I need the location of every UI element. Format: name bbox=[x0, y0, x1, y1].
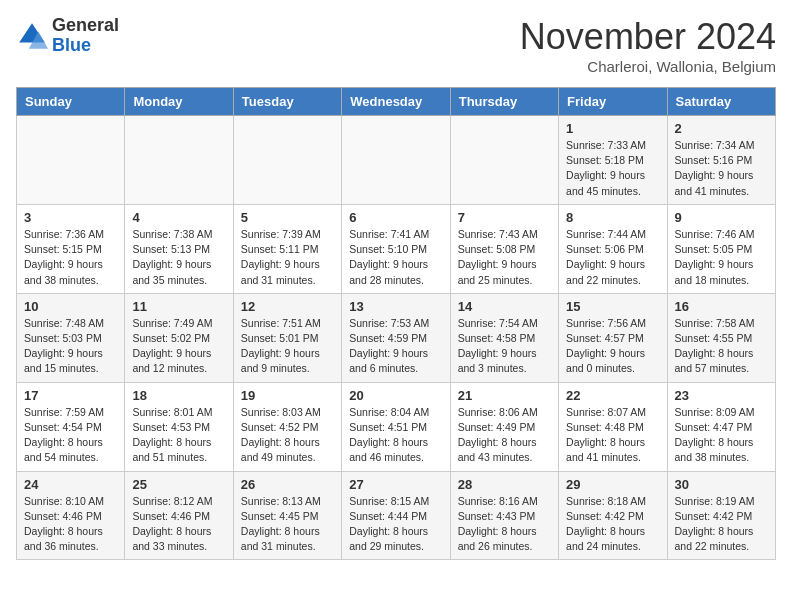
month-title: November 2024 bbox=[520, 16, 776, 58]
calendar-cell: 8Sunrise: 7:44 AMSunset: 5:06 PMDaylight… bbox=[559, 204, 667, 293]
day-number: 25 bbox=[132, 477, 225, 492]
calendar-cell: 29Sunrise: 8:18 AMSunset: 4:42 PMDayligh… bbox=[559, 471, 667, 560]
day-number: 17 bbox=[24, 388, 117, 403]
calendar-cell: 28Sunrise: 8:16 AMSunset: 4:43 PMDayligh… bbox=[450, 471, 558, 560]
day-number: 10 bbox=[24, 299, 117, 314]
day-info: Sunrise: 7:51 AMSunset: 5:01 PMDaylight:… bbox=[241, 316, 334, 377]
calendar-cell bbox=[233, 116, 341, 205]
calendar-cell: 6Sunrise: 7:41 AMSunset: 5:10 PMDaylight… bbox=[342, 204, 450, 293]
day-number: 22 bbox=[566, 388, 659, 403]
day-info: Sunrise: 8:03 AMSunset: 4:52 PMDaylight:… bbox=[241, 405, 334, 466]
logo-text: General Blue bbox=[52, 16, 119, 56]
calendar-cell: 21Sunrise: 8:06 AMSunset: 4:49 PMDayligh… bbox=[450, 382, 558, 471]
calendar-cell: 16Sunrise: 7:58 AMSunset: 4:55 PMDayligh… bbox=[667, 293, 775, 382]
calendar-cell: 20Sunrise: 8:04 AMSunset: 4:51 PMDayligh… bbox=[342, 382, 450, 471]
location-subtitle: Charleroi, Wallonia, Belgium bbox=[520, 58, 776, 75]
weekday-header-thursday: Thursday bbox=[450, 88, 558, 116]
week-row-2: 3Sunrise: 7:36 AMSunset: 5:15 PMDaylight… bbox=[17, 204, 776, 293]
day-info: Sunrise: 8:07 AMSunset: 4:48 PMDaylight:… bbox=[566, 405, 659, 466]
weekday-header-tuesday: Tuesday bbox=[233, 88, 341, 116]
day-info: Sunrise: 7:34 AMSunset: 5:16 PMDaylight:… bbox=[675, 138, 768, 199]
week-row-4: 17Sunrise: 7:59 AMSunset: 4:54 PMDayligh… bbox=[17, 382, 776, 471]
day-info: Sunrise: 8:01 AMSunset: 4:53 PMDaylight:… bbox=[132, 405, 225, 466]
day-info: Sunrise: 7:36 AMSunset: 5:15 PMDaylight:… bbox=[24, 227, 117, 288]
weekday-header-wednesday: Wednesday bbox=[342, 88, 450, 116]
calendar-table: SundayMondayTuesdayWednesdayThursdayFrid… bbox=[16, 87, 776, 560]
calendar-cell: 24Sunrise: 8:10 AMSunset: 4:46 PMDayligh… bbox=[17, 471, 125, 560]
calendar-cell: 4Sunrise: 7:38 AMSunset: 5:13 PMDaylight… bbox=[125, 204, 233, 293]
title-section: November 2024 Charleroi, Wallonia, Belgi… bbox=[520, 16, 776, 75]
calendar-cell: 12Sunrise: 7:51 AMSunset: 5:01 PMDayligh… bbox=[233, 293, 341, 382]
logo: General Blue bbox=[16, 16, 119, 56]
calendar-cell: 2Sunrise: 7:34 AMSunset: 5:16 PMDaylight… bbox=[667, 116, 775, 205]
calendar-cell: 27Sunrise: 8:15 AMSunset: 4:44 PMDayligh… bbox=[342, 471, 450, 560]
day-number: 29 bbox=[566, 477, 659, 492]
calendar-cell bbox=[17, 116, 125, 205]
calendar-cell: 13Sunrise: 7:53 AMSunset: 4:59 PMDayligh… bbox=[342, 293, 450, 382]
day-number: 21 bbox=[458, 388, 551, 403]
day-number: 18 bbox=[132, 388, 225, 403]
day-info: Sunrise: 7:44 AMSunset: 5:06 PMDaylight:… bbox=[566, 227, 659, 288]
day-number: 6 bbox=[349, 210, 442, 225]
calendar-cell: 5Sunrise: 7:39 AMSunset: 5:11 PMDaylight… bbox=[233, 204, 341, 293]
calendar-cell: 25Sunrise: 8:12 AMSunset: 4:46 PMDayligh… bbox=[125, 471, 233, 560]
day-info: Sunrise: 8:13 AMSunset: 4:45 PMDaylight:… bbox=[241, 494, 334, 555]
calendar-cell: 3Sunrise: 7:36 AMSunset: 5:15 PMDaylight… bbox=[17, 204, 125, 293]
day-number: 9 bbox=[675, 210, 768, 225]
day-number: 16 bbox=[675, 299, 768, 314]
calendar-cell bbox=[125, 116, 233, 205]
day-info: Sunrise: 8:06 AMSunset: 4:49 PMDaylight:… bbox=[458, 405, 551, 466]
day-info: Sunrise: 7:39 AMSunset: 5:11 PMDaylight:… bbox=[241, 227, 334, 288]
day-number: 28 bbox=[458, 477, 551, 492]
day-info: Sunrise: 8:19 AMSunset: 4:42 PMDaylight:… bbox=[675, 494, 768, 555]
calendar-cell: 15Sunrise: 7:56 AMSunset: 4:57 PMDayligh… bbox=[559, 293, 667, 382]
header: General Blue November 2024 Charleroi, Wa… bbox=[16, 16, 776, 75]
day-info: Sunrise: 8:18 AMSunset: 4:42 PMDaylight:… bbox=[566, 494, 659, 555]
day-number: 15 bbox=[566, 299, 659, 314]
day-info: Sunrise: 8:04 AMSunset: 4:51 PMDaylight:… bbox=[349, 405, 442, 466]
day-number: 23 bbox=[675, 388, 768, 403]
day-number: 14 bbox=[458, 299, 551, 314]
day-info: Sunrise: 7:48 AMSunset: 5:03 PMDaylight:… bbox=[24, 316, 117, 377]
day-number: 24 bbox=[24, 477, 117, 492]
day-number: 30 bbox=[675, 477, 768, 492]
logo-blue-text: Blue bbox=[52, 36, 119, 56]
week-row-3: 10Sunrise: 7:48 AMSunset: 5:03 PMDayligh… bbox=[17, 293, 776, 382]
week-row-5: 24Sunrise: 8:10 AMSunset: 4:46 PMDayligh… bbox=[17, 471, 776, 560]
weekday-header-saturday: Saturday bbox=[667, 88, 775, 116]
day-info: Sunrise: 7:54 AMSunset: 4:58 PMDaylight:… bbox=[458, 316, 551, 377]
day-number: 2 bbox=[675, 121, 768, 136]
calendar-cell: 26Sunrise: 8:13 AMSunset: 4:45 PMDayligh… bbox=[233, 471, 341, 560]
day-info: Sunrise: 8:09 AMSunset: 4:47 PMDaylight:… bbox=[675, 405, 768, 466]
day-info: Sunrise: 7:49 AMSunset: 5:02 PMDaylight:… bbox=[132, 316, 225, 377]
day-number: 12 bbox=[241, 299, 334, 314]
day-info: Sunrise: 7:46 AMSunset: 5:05 PMDaylight:… bbox=[675, 227, 768, 288]
weekday-header-friday: Friday bbox=[559, 88, 667, 116]
week-row-1: 1Sunrise: 7:33 AMSunset: 5:18 PMDaylight… bbox=[17, 116, 776, 205]
day-info: Sunrise: 7:53 AMSunset: 4:59 PMDaylight:… bbox=[349, 316, 442, 377]
day-info: Sunrise: 7:33 AMSunset: 5:18 PMDaylight:… bbox=[566, 138, 659, 199]
day-number: 27 bbox=[349, 477, 442, 492]
day-info: Sunrise: 7:58 AMSunset: 4:55 PMDaylight:… bbox=[675, 316, 768, 377]
day-info: Sunrise: 7:38 AMSunset: 5:13 PMDaylight:… bbox=[132, 227, 225, 288]
day-info: Sunrise: 7:56 AMSunset: 4:57 PMDaylight:… bbox=[566, 316, 659, 377]
day-number: 1 bbox=[566, 121, 659, 136]
day-info: Sunrise: 8:16 AMSunset: 4:43 PMDaylight:… bbox=[458, 494, 551, 555]
logo-general-text: General bbox=[52, 16, 119, 36]
calendar-cell: 9Sunrise: 7:46 AMSunset: 5:05 PMDaylight… bbox=[667, 204, 775, 293]
weekday-header-sunday: Sunday bbox=[17, 88, 125, 116]
day-number: 13 bbox=[349, 299, 442, 314]
day-number: 19 bbox=[241, 388, 334, 403]
calendar-cell: 18Sunrise: 8:01 AMSunset: 4:53 PMDayligh… bbox=[125, 382, 233, 471]
day-number: 26 bbox=[241, 477, 334, 492]
calendar-cell: 22Sunrise: 8:07 AMSunset: 4:48 PMDayligh… bbox=[559, 382, 667, 471]
day-info: Sunrise: 7:43 AMSunset: 5:08 PMDaylight:… bbox=[458, 227, 551, 288]
calendar-cell: 1Sunrise: 7:33 AMSunset: 5:18 PMDaylight… bbox=[559, 116, 667, 205]
day-number: 8 bbox=[566, 210, 659, 225]
calendar-cell: 19Sunrise: 8:03 AMSunset: 4:52 PMDayligh… bbox=[233, 382, 341, 471]
calendar-cell: 11Sunrise: 7:49 AMSunset: 5:02 PMDayligh… bbox=[125, 293, 233, 382]
logo-icon bbox=[16, 20, 48, 52]
day-info: Sunrise: 7:41 AMSunset: 5:10 PMDaylight:… bbox=[349, 227, 442, 288]
calendar-cell: 10Sunrise: 7:48 AMSunset: 5:03 PMDayligh… bbox=[17, 293, 125, 382]
day-number: 20 bbox=[349, 388, 442, 403]
